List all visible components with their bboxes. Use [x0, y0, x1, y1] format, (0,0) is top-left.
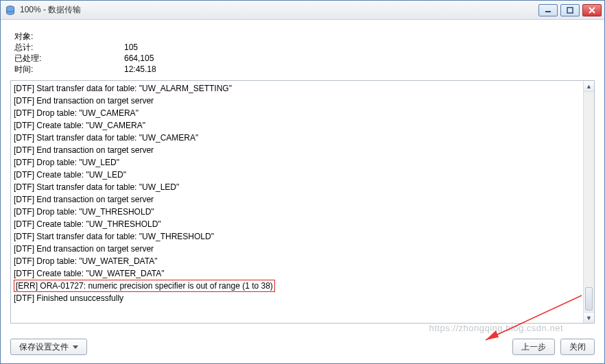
summary-label-time: 时间:	[14, 64, 124, 75]
log-line: [DTF] End transaction on target server	[14, 95, 580, 107]
log-line: [DTF] End transaction on target server	[14, 144, 580, 156]
log-line: [DTF] Start transfer data for table: "UW…	[14, 230, 580, 243]
prev-step-label: 上一步	[521, 341, 546, 353]
scroll-down-button[interactable]: ▼	[584, 312, 595, 323]
summary-label-object: 对象:	[14, 31, 124, 42]
titlebar: 100% - 数据传输	[1, 1, 604, 20]
log-line: [DTF] End transaction on target server	[14, 193, 580, 206]
save-settings-label: 保存设置文件	[19, 341, 69, 353]
database-icon	[5, 5, 16, 16]
log-line: [DTF] Create table: "UW_THRESHOLD"	[14, 218, 580, 230]
log-line: [DTF] Create table: "UW_WATER_DATA"	[14, 267, 580, 280]
log-line: [DTF] Drop table: "UW_LED"	[14, 156, 580, 169]
summary-block: 对象: 总计: 105 已处理: 664,105 时间: 12:45.18	[14, 31, 591, 75]
close-button[interactable]: 关闭	[560, 339, 595, 355]
log-line: [DTF] Start transfer data for table: "UW…	[14, 181, 580, 193]
log-line: [DTF] Create table: "UW_LED"	[14, 169, 580, 181]
summary-value-total: 105	[124, 42, 138, 53]
footer-bar: 保存设置文件 上一步 关闭	[1, 332, 604, 363]
chevron-down-icon	[73, 345, 78, 349]
summary-value-time: 12:45.18	[124, 64, 156, 75]
window-title: 100% - 数据传输	[20, 4, 534, 16]
summary-value-processed: 664,105	[124, 53, 154, 64]
window-buttons	[538, 4, 602, 16]
log-line: [DTF] Drop table: "UW_WATER_DATA"	[14, 255, 580, 267]
summary-label-total: 总计:	[14, 42, 124, 53]
log-line: [DTF] Start transfer data for table: "UW…	[14, 132, 580, 144]
dialog-window: 100% - 数据传输 对象: 总计: 105 已处理:	[0, 0, 605, 364]
close-button-label: 关闭	[569, 341, 586, 353]
scroll-up-button[interactable]: ▲	[584, 81, 595, 92]
scroll-track[interactable]	[584, 92, 594, 312]
prev-step-button[interactable]: 上一步	[512, 339, 555, 355]
log-line-error: [ERR] ORA-01727: numeric precision speci…	[14, 280, 580, 292]
svg-rect-2	[567, 8, 573, 13]
content-area: 对象: 总计: 105 已处理: 664,105 时间: 12:45.18 [D…	[1, 20, 604, 332]
log-panel: [DTF] Start transfer data for table: "UW…	[10, 80, 595, 324]
log-line-final: [DTF] Finished unsuccessfully	[14, 292, 580, 304]
minimize-button[interactable]	[538, 4, 558, 16]
scroll-thumb[interactable]	[585, 287, 593, 311]
error-highlight: [ERR] ORA-01727: numeric precision speci…	[14, 280, 275, 292]
log-scrollbar[interactable]: ▲ ▼	[583, 81, 594, 323]
log-line: [DTF] Drop table: "UW_CAMERA"	[14, 107, 580, 119]
log-line: [DTF] End transaction on target server	[14, 243, 580, 255]
close-window-button[interactable]	[582, 4, 602, 16]
summary-label-processed: 已处理:	[14, 53, 124, 64]
save-settings-button[interactable]: 保存设置文件	[10, 339, 87, 355]
log-line: [DTF] Start transfer data for table: "UW…	[14, 82, 580, 95]
log-line: [DTF] Create table: "UW_CAMERA"	[14, 119, 580, 132]
log-line: [DTF] Drop table: "UW_THRESHOLD"	[14, 206, 580, 218]
maximize-button[interactable]	[560, 4, 580, 16]
log-list[interactable]: [DTF] Start transfer data for table: "UW…	[11, 81, 583, 323]
